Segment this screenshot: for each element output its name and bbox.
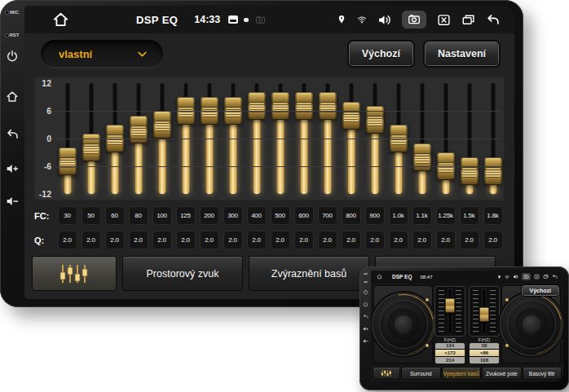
- close-app-button[interactable]: [437, 13, 451, 27]
- freq-option[interactable]: <86: [470, 350, 499, 356]
- mini-tab-basov-filtr[interactable]: Basový filtr: [523, 368, 562, 379]
- crossover-right-slider[interactable]: [470, 287, 499, 336]
- volume-icon[interactable]: [513, 274, 518, 280]
- eq-slider-handle[interactable]: [248, 92, 265, 120]
- fc-value-900[interactable]: 900: [365, 206, 385, 225]
- slider-handle[interactable]: [445, 298, 455, 313]
- home-hard-button[interactable]: [5, 90, 20, 104]
- mini-back-icon[interactable]: [363, 314, 368, 319]
- home-icon[interactable]: [377, 274, 382, 280]
- fc-value-30[interactable]: 30: [58, 206, 77, 225]
- mini-tab-equalizer[interactable]: [373, 368, 399, 379]
- q-value-200[interactable]: 2.0: [200, 231, 219, 249]
- fc-value-300[interactable]: 300: [223, 206, 243, 225]
- freq-value-picker[interactable]: 134<172214: [435, 343, 465, 363]
- fc-value-125[interactable]: 125: [176, 206, 196, 225]
- tab-equalizer[interactable]: [33, 257, 116, 290]
- fc-value-50[interactable]: 50: [82, 206, 101, 225]
- freq-option[interactable]: 58: [470, 343, 499, 350]
- back-hard-button[interactable]: [5, 127, 20, 142]
- mini-tab-surround[interactable]: Surround: [402, 368, 440, 379]
- q-value-30[interactable]: 2.0: [58, 231, 77, 249]
- volume-button[interactable]: [377, 13, 391, 27]
- fc-value-800[interactable]: 800: [342, 206, 361, 225]
- screenshot-button[interactable]: [522, 273, 531, 280]
- fc-value-60[interactable]: 60: [105, 206, 125, 225]
- fc-value-1-0k[interactable]: 1.0k: [389, 206, 408, 225]
- mini-volume-down-icon[interactable]: [363, 338, 368, 344]
- tab-prostorov-zvuk[interactable]: Prostorový zvuk: [123, 257, 242, 290]
- eq-slider-handle[interactable]: [319, 92, 336, 120]
- slider-handle[interactable]: [479, 307, 489, 322]
- mini-tab-zvukov-pole[interactable]: Zvukové pole: [483, 368, 521, 379]
- q-value-100[interactable]: 2.0: [152, 231, 172, 249]
- mini-volume-up-icon[interactable]: [363, 326, 368, 332]
- recents-icon[interactable]: [543, 274, 549, 280]
- q-value-500[interactable]: 2.0: [271, 231, 290, 249]
- eq-slider-handle[interactable]: [295, 92, 312, 120]
- q-value-900[interactable]: 2.0: [365, 231, 385, 249]
- q-value-400[interactable]: 2.0: [247, 231, 267, 249]
- chevron-down-icon: [136, 48, 148, 60]
- eq-slider-handle[interactable]: [59, 148, 76, 175]
- fc-value-1-8k[interactable]: 1.8k: [483, 206, 503, 225]
- freq-option[interactable]: <172: [435, 350, 465, 356]
- fc-value-1-25k[interactable]: 1.25k: [436, 206, 456, 225]
- volume-down-icon: [6, 195, 19, 208]
- volume-up-button[interactable]: [5, 161, 20, 176]
- back-icon[interactable]: [552, 274, 558, 280]
- q-value-300[interactable]: 2.0: [223, 231, 243, 249]
- mini-power-icon[interactable]: [363, 289, 368, 295]
- settings-button[interactable]: Nastavení: [426, 42, 498, 65]
- q-value-1-5k[interactable]: 2.0: [460, 231, 479, 249]
- mini-home-icon[interactable]: [363, 302, 368, 307]
- fc-value-80[interactable]: 80: [129, 206, 148, 225]
- power-button[interactable]: [5, 49, 20, 64]
- q-label: Q:: [34, 236, 55, 245]
- q-value-600[interactable]: 2.0: [294, 231, 314, 249]
- home-button[interactable]: [52, 11, 69, 29]
- fc-value-200[interactable]: 200: [200, 206, 219, 225]
- freq-option[interactable]: 214: [435, 357, 465, 363]
- fc-value-1-5k[interactable]: 1.5k: [460, 206, 479, 225]
- freq-option[interactable]: 134: [435, 343, 465, 350]
- back-button[interactable]: [486, 13, 500, 27]
- fc-label: FC:: [34, 211, 55, 221]
- tab-zv-razn-n-bas[interactable]: Zvýraznění basů: [249, 257, 368, 290]
- q-value-80[interactable]: 2.0: [129, 231, 148, 249]
- q-value-1-0k[interactable]: 2.0: [389, 231, 408, 249]
- q-value-1-8k[interactable]: 2.0: [483, 231, 503, 249]
- close-icon[interactable]: [534, 274, 540, 280]
- crossover-left-slider[interactable]: [435, 287, 465, 336]
- q-value-800[interactable]: 2.0: [342, 231, 361, 249]
- q-value-125[interactable]: 2.0: [176, 231, 196, 249]
- fc-value-500[interactable]: 500: [271, 206, 290, 225]
- fc-value-1-1k[interactable]: 1.1k: [412, 206, 432, 225]
- eq-slider-handle[interactable]: [153, 111, 170, 139]
- eq-slider-handle[interactable]: [342, 102, 359, 130]
- default-button[interactable]: Výchozí: [350, 42, 412, 65]
- eq-slider-handle[interactable]: [484, 157, 501, 185]
- fc-value-400[interactable]: 400: [247, 206, 267, 225]
- q-value-700[interactable]: 2.0: [318, 231, 337, 249]
- q-value-1-1k[interactable]: 2.0: [412, 231, 432, 249]
- volume-down-button[interactable]: [5, 194, 20, 209]
- fc-value-700[interactable]: 700: [318, 206, 337, 225]
- screenshot-button[interactable]: [402, 11, 426, 29]
- eq-scale-label: -12: [39, 189, 51, 199]
- freq-value-picker[interactable]: 58<86108: [470, 343, 499, 363]
- mini-default-button[interactable]: Výchozí: [523, 286, 558, 295]
- q-value-1-25k[interactable]: 2.0: [436, 231, 456, 249]
- eq-slider-handle[interactable]: [461, 157, 478, 185]
- recents-button[interactable]: [461, 13, 475, 27]
- back-icon: [486, 13, 500, 27]
- preset-dropdown[interactable]: vlastní: [41, 40, 163, 68]
- q-value-50[interactable]: 2.0: [82, 231, 101, 249]
- eq-slider-handle[interactable]: [271, 92, 289, 120]
- q-value-60[interactable]: 2.0: [105, 231, 125, 249]
- screw-icon: [505, 344, 509, 347]
- fc-value-100[interactable]: 100: [152, 206, 172, 225]
- mini-tab-vylep-en-bas[interactable]: Vylepšení basů: [443, 368, 481, 379]
- freq-option[interactable]: 108: [470, 357, 499, 363]
- fc-value-600[interactable]: 600: [294, 206, 314, 225]
